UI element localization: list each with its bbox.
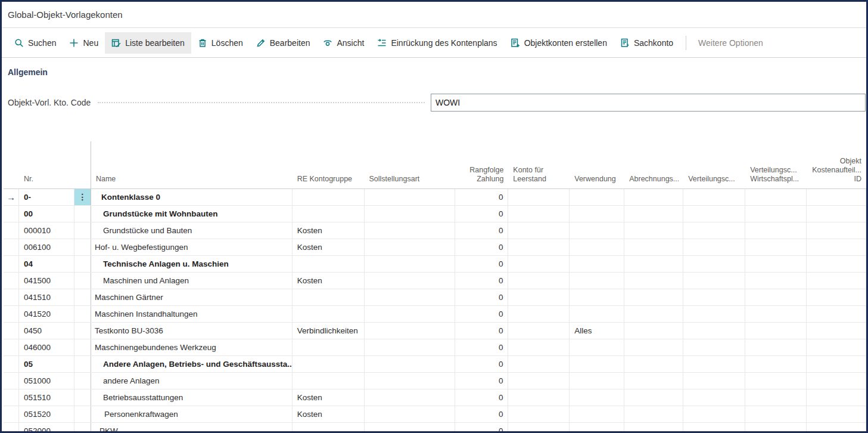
- cell-vert2[interactable]: [745, 373, 807, 389]
- cell-objekt[interactable]: [807, 189, 866, 205]
- toolbar-button-einr-ckung-des-kontenplans[interactable]: Einrückung des Kontenplans: [371, 32, 503, 54]
- row-context-menu[interactable]: ⋮: [74, 189, 91, 205]
- cell-konto[interactable]: [508, 306, 570, 322]
- cell-objekt[interactable]: [807, 373, 866, 389]
- cell-vert2[interactable]: [745, 306, 807, 322]
- cell-verw[interactable]: [570, 389, 624, 406]
- cell-rang[interactable]: 0: [455, 406, 508, 422]
- toolbar-button-objektkonten-erstellen[interactable]: Objektkonten erstellen: [504, 32, 614, 54]
- cell-abr[interactable]: [624, 389, 683, 406]
- cell-re[interactable]: [293, 256, 365, 272]
- cell-soll[interactable]: [365, 356, 456, 372]
- cell-soll[interactable]: [365, 239, 456, 255]
- cell-name[interactable]: Betriebsausstattungen: [91, 389, 293, 406]
- cell-vert1[interactable]: [683, 339, 745, 355]
- cell-rang[interactable]: 0: [455, 222, 508, 239]
- column-header-rang[interactable]: RangfolgeZahlung: [455, 141, 508, 188]
- cell-konto[interactable]: [508, 222, 570, 239]
- cell-nr[interactable]: 0450: [19, 323, 74, 339]
- cell-vert1[interactable]: [683, 389, 745, 406]
- cell-soll[interactable]: [365, 423, 456, 433]
- cell-konto[interactable]: [508, 389, 570, 406]
- column-header-objekt[interactable]: ObjektKostenaufteil...ID: [807, 141, 866, 188]
- cell-rang[interactable]: 0: [455, 389, 508, 406]
- cell-rang[interactable]: 0: [455, 373, 508, 389]
- cell-vert1[interactable]: [683, 406, 745, 422]
- cell-verw[interactable]: [570, 373, 624, 389]
- cell-nr[interactable]: 00: [19, 206, 74, 222]
- cell-vert1[interactable]: [683, 373, 745, 389]
- cell-konto[interactable]: [508, 289, 570, 305]
- cell-soll[interactable]: [365, 289, 456, 305]
- cell-vert1[interactable]: [683, 423, 745, 433]
- cell-name[interactable]: andere Anlagen: [91, 373, 293, 389]
- cell-soll[interactable]: [365, 373, 456, 389]
- cell-abr[interactable]: [624, 239, 683, 255]
- toolbar-button-ansicht[interactable]: Ansicht: [316, 32, 371, 54]
- cell-nr[interactable]: 0-: [19, 189, 74, 205]
- column-header-vert1[interactable]: Verteilungsc...: [683, 141, 745, 188]
- cell-nr[interactable]: 04: [19, 256, 74, 272]
- cell-re[interactable]: Kosten: [293, 239, 365, 255]
- cell-konto[interactable]: [508, 273, 570, 289]
- cell-abr[interactable]: [624, 406, 683, 422]
- cell-konto[interactable]: [508, 406, 570, 422]
- cell-vert2[interactable]: [745, 273, 807, 289]
- cell-vert2[interactable]: [745, 189, 807, 205]
- cell-vert2[interactable]: [745, 222, 807, 239]
- cell-name[interactable]: Hof- u. Wegbefestigungen: [91, 239, 293, 255]
- cell-re[interactable]: Kosten: [293, 389, 365, 406]
- cell-objekt[interactable]: [807, 389, 866, 406]
- cell-vert1[interactable]: [683, 289, 745, 305]
- cell-nr[interactable]: 041500: [19, 273, 74, 289]
- cell-abr[interactable]: [624, 306, 683, 322]
- cell-verw[interactable]: [570, 256, 624, 272]
- toolbar-button-neu[interactable]: Neu: [63, 32, 105, 54]
- cell-objekt[interactable]: [807, 273, 866, 289]
- cell-rang[interactable]: 0: [455, 423, 508, 433]
- cell-name[interactable]: Kontenklasse 0: [91, 189, 293, 205]
- column-header-verw[interactable]: Verwendung: [570, 141, 624, 188]
- cell-re[interactable]: [293, 306, 365, 322]
- cell-verw[interactable]: [570, 273, 624, 289]
- cell-verw[interactable]: [570, 423, 624, 433]
- cell-abr[interactable]: [624, 423, 683, 433]
- column-header-vert2[interactable]: Verteilungsc...Wirtschaftspl...: [745, 141, 807, 188]
- cell-konto[interactable]: [508, 256, 570, 272]
- cell-rang[interactable]: 0: [455, 289, 508, 305]
- cell-vert2[interactable]: [745, 339, 807, 355]
- column-header-re[interactable]: RE Kontogruppe: [293, 141, 365, 188]
- cell-rang[interactable]: 0: [455, 273, 508, 289]
- cell-rang[interactable]: 0: [455, 256, 508, 272]
- cell-objekt[interactable]: [807, 339, 866, 355]
- cell-objekt[interactable]: [807, 289, 866, 305]
- cell-objekt[interactable]: [807, 356, 866, 372]
- cell-vert2[interactable]: [745, 239, 807, 255]
- cell-abr[interactable]: [624, 256, 683, 272]
- column-header-soll[interactable]: Sollstellungsart: [365, 141, 456, 188]
- cell-abr[interactable]: [624, 373, 683, 389]
- cell-nr[interactable]: 041520: [19, 306, 74, 322]
- cell-soll[interactable]: [365, 206, 456, 222]
- cell-abr[interactable]: [624, 323, 683, 339]
- cell-vert2[interactable]: [745, 423, 807, 433]
- cell-vert2[interactable]: [745, 356, 807, 372]
- cell-vert1[interactable]: [683, 323, 745, 339]
- toolbar-button-l-schen[interactable]: Löschen: [191, 32, 250, 54]
- cell-soll[interactable]: [365, 306, 456, 322]
- cell-vert1[interactable]: [683, 356, 745, 372]
- cell-name[interactable]: Grundstücke mit Wohnbauten: [91, 206, 293, 222]
- cell-rang[interactable]: 0: [455, 189, 508, 205]
- cell-vert2[interactable]: [745, 406, 807, 422]
- cell-abr[interactable]: [624, 189, 683, 205]
- cell-name[interactable]: Maschinen Gärtner: [91, 289, 293, 305]
- cell-objekt[interactable]: [807, 256, 866, 272]
- cell-konto[interactable]: [508, 189, 570, 205]
- toolbar-button-sachkonto[interactable]: Sachkonto: [614, 32, 680, 54]
- cell-verw[interactable]: [570, 289, 624, 305]
- cell-konto[interactable]: [508, 373, 570, 389]
- cell-nr[interactable]: 051510: [19, 389, 74, 406]
- toolbar-button-suchen[interactable]: Suchen: [8, 32, 63, 54]
- cell-abr[interactable]: [624, 273, 683, 289]
- cell-verw[interactable]: [570, 356, 624, 372]
